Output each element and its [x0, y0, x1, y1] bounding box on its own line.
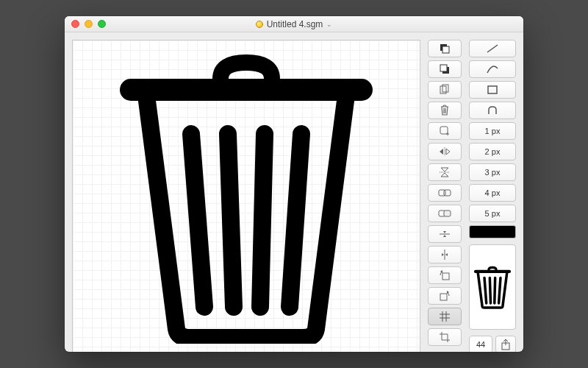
svg-marker-17 [440, 149, 443, 155]
flip-vertical-button[interactable] [428, 163, 462, 181]
align-vertical-icon [440, 249, 450, 261]
zoom-window-button[interactable] [98, 20, 106, 28]
share-icon [501, 339, 511, 350]
svg-rect-35 [440, 294, 447, 300]
svg-rect-33 [442, 273, 449, 280]
flip-horizontal-button[interactable] [428, 143, 462, 160]
stroke-1px-label: 1 px [485, 127, 501, 135]
svg-line-47 [499, 278, 501, 303]
close-window-button[interactable] [71, 20, 79, 28]
crop-button[interactable] [428, 328, 462, 346]
preview-controls: 44 [469, 336, 516, 352]
svg-rect-14 [440, 127, 448, 134]
rotate-ccw-icon [439, 269, 451, 281]
titlebar: Untitled 4.sgm ⌄ [65, 16, 523, 32]
rotate-ccw-button[interactable] [428, 266, 462, 284]
crop-icon [439, 331, 451, 343]
svg-line-1 [191, 134, 204, 307]
stroke-1px-button[interactable]: 1 px [469, 122, 516, 140]
preview-size-field[interactable]: 44 [469, 336, 492, 352]
svg-rect-26 [444, 210, 451, 216]
svg-marker-21 [441, 173, 448, 177]
color-swatch[interactable] [469, 225, 516, 238]
title-chevron-icon: ⌄ [326, 21, 332, 28]
rect-tool-button[interactable] [469, 81, 516, 99]
add-shape-icon [439, 125, 451, 137]
svg-marker-32 [445, 253, 448, 256]
stroke-5px-button[interactable]: 5 px [469, 205, 516, 222]
document-proxy-icon [256, 21, 263, 28]
flip-horizontal-icon [438, 146, 451, 157]
svg-marker-18 [446, 149, 450, 155]
app-window: Untitled 4.sgm ⌄ [65, 16, 523, 352]
stroke-3px-button[interactable]: 3 px [469, 163, 516, 181]
stroke-4px-button[interactable]: 4 px [469, 184, 516, 202]
align-horizontal-button[interactable] [428, 225, 462, 243]
arch-tool-button[interactable] [469, 102, 516, 119]
subtract-button[interactable] [428, 205, 462, 222]
canvas-artwork [73, 40, 420, 352]
stroke-3px-label: 3 px [485, 168, 501, 177]
preview-box [469, 244, 516, 330]
delete-button[interactable] [428, 102, 462, 119]
stroke-2px-label: 2 px [485, 147, 501, 156]
svg-marker-20 [441, 168, 448, 171]
send-back-icon [439, 63, 451, 75]
arch-tool-icon [487, 105, 498, 116]
align-horizontal-icon [439, 229, 451, 239]
edit-tools-column [428, 40, 462, 352]
subtract-icon [438, 208, 451, 219]
duplicate-icon [439, 84, 451, 96]
svg-line-41 [487, 45, 498, 52]
grid-icon [440, 311, 450, 322]
union-icon [438, 188, 451, 198]
svg-line-45 [490, 278, 490, 303]
svg-line-46 [495, 278, 495, 303]
svg-marker-29 [443, 235, 446, 237]
svg-rect-6 [442, 46, 449, 53]
minimize-window-button[interactable] [85, 20, 93, 28]
svg-rect-42 [488, 86, 497, 93]
curve-tool-button[interactable] [469, 60, 516, 78]
stroke-5px-label: 5 px [485, 209, 501, 218]
line-tool-icon [486, 43, 499, 54]
svg-marker-31 [442, 253, 444, 256]
stroke-4px-label: 4 px [485, 188, 501, 197]
window-controls [65, 20, 106, 28]
line-tool-button[interactable] [469, 40, 516, 57]
trash-icon [110, 49, 382, 344]
align-vertical-button[interactable] [428, 246, 462, 263]
bring-front-icon [439, 43, 451, 54]
preview-trash-icon [473, 265, 512, 309]
flip-vertical-icon [439, 166, 451, 178]
preview-size-value: 44 [476, 340, 485, 349]
add-shape-button[interactable] [428, 122, 462, 140]
curve-tool-icon [486, 64, 499, 74]
rotate-cw-button[interactable] [428, 287, 462, 305]
canvas[interactable] [72, 40, 420, 352]
svg-line-4 [290, 134, 301, 307]
svg-line-44 [484, 278, 487, 303]
window-title: Untitled 4.sgm ⌄ [65, 19, 523, 29]
svg-line-2 [228, 134, 234, 307]
union-button[interactable] [428, 184, 462, 202]
svg-rect-8 [440, 65, 447, 71]
window-body: 1 px 2 px 3 px 4 px 5 px [65, 32, 523, 352]
window-title-text: Untitled 4.sgm [267, 19, 323, 29]
send-back-button[interactable] [428, 60, 462, 78]
share-button[interactable] [495, 336, 516, 352]
shape-tools-column: 1 px 2 px 3 px 4 px 5 px [469, 40, 516, 352]
stroke-2px-button[interactable]: 2 px [469, 143, 516, 160]
svg-line-3 [260, 134, 265, 307]
svg-marker-28 [443, 231, 446, 233]
bring-front-button[interactable] [428, 40, 462, 57]
rotate-cw-icon [439, 290, 451, 302]
duplicate-button[interactable] [428, 81, 462, 99]
grid-toggle-button[interactable] [428, 308, 462, 325]
rect-tool-icon [487, 85, 498, 95]
trash-small-icon [440, 105, 450, 116]
